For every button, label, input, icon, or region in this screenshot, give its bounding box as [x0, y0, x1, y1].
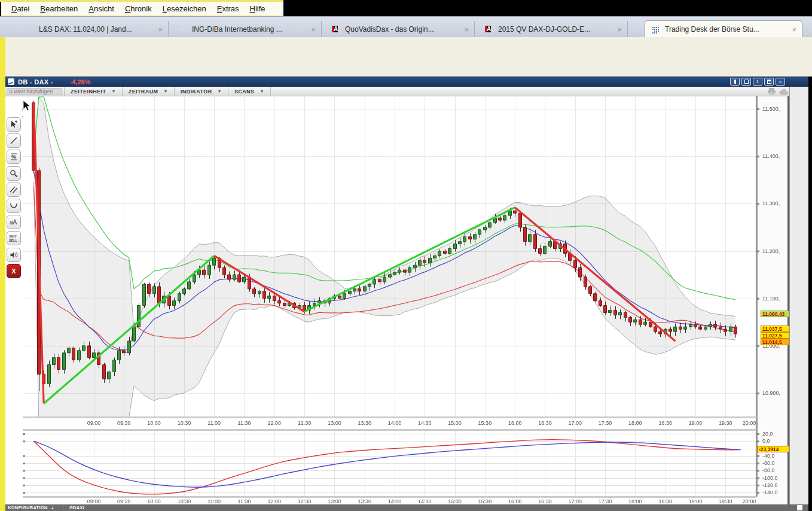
speaker-icon — [10, 251, 18, 259]
layout-one-button[interactable]: 1 — [753, 78, 762, 86]
parallel-lines-tool-button[interactable] — [7, 182, 21, 197]
chevron-down-icon: ▼ — [218, 89, 222, 93]
alert-tool-button[interactable] — [7, 248, 21, 262]
maximize-button[interactable] — [741, 78, 751, 86]
parallel-lines-icon — [10, 185, 18, 194]
buy-sell-tool-button[interactable]: BUYSELL — [7, 231, 21, 245]
app-title: DB - DAX - — [18, 78, 53, 86]
status-instrument: GDAXi — [69, 505, 84, 510]
menu-hilfe[interactable]: Hilfe — [245, 2, 271, 16]
chevron-up-icon: ▲ — [51, 506, 54, 510]
tab-title: L&S DAX: 11.024,00 | Jand... — [39, 25, 156, 34]
price-flag-orange: 11.014,5 — [761, 339, 789, 345]
zoom-tool-button[interactable] — [7, 166, 21, 181]
line-icon — [10, 136, 18, 145]
menu-chronik[interactable]: Chronik — [120, 2, 157, 16]
app-status-bar: KONFIGURATION ▲ GDAXi — [5, 504, 808, 511]
percent-lines-icon: % — [10, 153, 18, 161]
ing-favicon — [178, 25, 188, 34]
close-panel-button[interactable]: X — [7, 264, 21, 278]
tab-close-icon[interactable]: × — [156, 25, 164, 34]
tab-ls-dax[interactable]: L&S DAX: 11.024,00 | Jand... × — [19, 21, 169, 38]
macd-value-flag: -23,3914 — [757, 446, 789, 452]
price-flag-yellow-2: 11.027,5 — [761, 332, 789, 339]
pane-left-button[interactable] — [730, 78, 740, 86]
tab-2015-qv[interactable]: A 2015 QV DAX-DJ-GOLD-E... × — [478, 21, 628, 38]
status-divider — [63, 506, 63, 510]
menu-bar-inner: Datei Bearbeiten Ansicht Chronik Lesezei… — [1, 2, 283, 16]
trendline-tool-button[interactable] — [7, 133, 21, 148]
app-title-bar[interactable]: DB - DAX - -4,26% 1 × — [5, 77, 808, 87]
svg-text:%: % — [11, 154, 16, 160]
ariva-favicon: A — [484, 25, 494, 34]
tab-trading-desk-active[interactable]: Trading Desk der Börse Stu... × — [645, 20, 802, 38]
price-chart-canvas[interactable] — [23, 96, 789, 504]
tab-strip: L&S DAX: 11.024,00 | Jand... × ING-DiBa … — [0, 16, 812, 37]
menu-zeitraum[interactable]: ZEITRAUM ▼ — [122, 87, 174, 96]
ls-dax-favicon — [25, 25, 35, 34]
change-percent: -4,26% — [70, 78, 91, 86]
collapsed-side-panel[interactable] — [789, 87, 808, 504]
chevron-down-icon: ▼ — [111, 89, 115, 93]
menu-indikator[interactable]: INDIKATOR ▼ — [174, 87, 228, 96]
drawing-tool-sidebar: % aA BUYSELL X — [5, 96, 22, 504]
chevron-down-icon: ▼ — [163, 89, 167, 93]
tab-close-icon[interactable]: × — [790, 25, 798, 34]
cloud-upload-icon[interactable] — [779, 88, 788, 95]
chart-window-icon — [8, 78, 14, 85]
buy-sell-icon: BUYSELL — [8, 233, 19, 243]
add-instrument-input[interactable] — [14, 89, 59, 95]
search-icon — [9, 90, 12, 93]
tab-ing-diba[interactable]: ING-DiBa Internetbanking ... × — [172, 21, 322, 38]
menu-lesezeichen[interactable]: Lesezeichen — [157, 2, 212, 16]
konfiguration-toggle[interactable]: KONFIGURATION — [8, 505, 48, 510]
tab-title: ING-DiBa Internetbanking ... — [192, 25, 309, 34]
menu-bearbeiten[interactable]: Bearbeiten — [35, 2, 83, 16]
theme-left-strip — [0, 37, 5, 511]
percent-tool-button[interactable]: % — [7, 150, 21, 164]
pointer-tool-button[interactable] — [7, 117, 21, 132]
tab-title: Trading Desk der Börse Stu... — [665, 25, 790, 34]
print-icon[interactable] — [768, 88, 776, 95]
tab-close-icon[interactable]: × — [309, 25, 318, 34]
menu-label: ZEITEINHEIT — [71, 89, 106, 95]
tab-close-icon[interactable]: × — [615, 25, 624, 34]
status-corner-button[interactable] — [797, 505, 802, 510]
ariva-favicon: A — [331, 25, 341, 34]
chevron-down-icon: ▼ — [260, 89, 264, 93]
text-icon: aA — [9, 218, 19, 226]
menu-label: INDIKATOR — [181, 89, 212, 95]
menu-datei[interactable]: Datei — [6, 2, 35, 16]
menu-zeiteinheit[interactable]: ZEITEINHEIT ▼ — [64, 87, 122, 96]
price-flag-yellow-1: 11.037,5 — [761, 326, 789, 332]
close-window-button[interactable]: × — [776, 78, 785, 86]
arc-tool-button[interactable] — [7, 199, 21, 213]
tab-quovadisdax[interactable]: A QuoVadisDax - das Origin... × — [325, 21, 475, 38]
restore-button[interactable] — [764, 78, 774, 86]
tab-title: QuoVadisDax - das Origin... — [345, 25, 462, 34]
toolbar-right-icons — [768, 88, 788, 95]
svg-text:aA: aA — [10, 219, 17, 226]
navigation-bar: ← Boerse Stuttgart AG (DE) https://tradi… — [0, 37, 812, 77]
menu-label: ZEITRAUM — [129, 89, 158, 95]
menu-extras[interactable]: Extras — [212, 2, 245, 16]
chart-toolbar: ZEITEINHEIT ▼ ZEITRAUM ▼ INDIKATOR ▼ SCA… — [5, 87, 789, 96]
price-flag-green: 11.060,43 — [761, 311, 789, 317]
menu-bar: Datei Bearbeiten Ansicht Chronik Lesezei… — [0, 0, 812, 16]
tab-title: 2015 QV DAX-DJ-GOLD-E... — [498, 25, 615, 34]
cursor-plus-icon — [10, 120, 18, 129]
menu-ansicht[interactable]: Ansicht — [83, 2, 120, 16]
curve-icon — [10, 202, 18, 210]
magnifier-icon — [10, 169, 18, 178]
text-tool-button[interactable]: aA — [7, 215, 21, 229]
trading-desk-app: DB - DAX - -4,26% 1 × ZEITEINHEIT ▼ ZEIT… — [5, 77, 808, 511]
svg-text:BUY: BUY — [10, 235, 17, 238]
menu-scans[interactable]: SCANS ▼ — [228, 87, 271, 96]
add-instrument-field[interactable] — [7, 88, 62, 95]
menu-label: SCANS — [234, 89, 255, 95]
svg-text:SELL: SELL — [9, 239, 18, 242]
tab-close-icon[interactable]: × — [462, 25, 471, 34]
trading-desk-favicon — [652, 26, 660, 33]
window-buttons: 1 × — [730, 78, 785, 86]
